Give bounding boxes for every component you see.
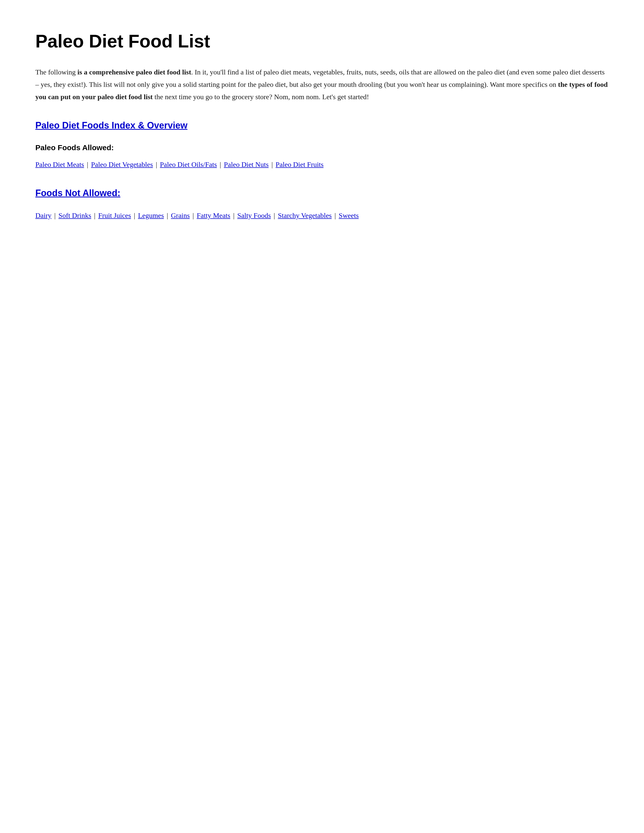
- link-starchy-vegetables[interactable]: Starchy Vegetables: [278, 212, 332, 219]
- link-grains[interactable]: Grains: [171, 212, 190, 219]
- link-dairy[interactable]: Dairy: [35, 212, 52, 219]
- link-soft-drinks[interactable]: Soft Drinks: [58, 212, 91, 219]
- link-paleo-diet-meats[interactable]: Paleo Diet Meats: [35, 161, 84, 168]
- link-salty-foods[interactable]: Salty Foods: [237, 212, 271, 219]
- intro-text-part3: the next time you go to the grocery stor…: [153, 93, 369, 101]
- not-allowed-links-line: Dairy | Soft Drinks | Fruit Juices | Leg…: [35, 209, 609, 222]
- link-paleo-diet-fruits[interactable]: Paleo Diet Fruits: [275, 161, 324, 168]
- link-legumes[interactable]: Legumes: [138, 212, 164, 219]
- intro-bold1: is a comprehensive paleo diet food list: [77, 68, 191, 76]
- allowed-label: Paleo Foods Allowed:: [35, 142, 609, 154]
- separator: |: [333, 212, 338, 219]
- separator: |: [270, 161, 275, 168]
- allowed-links-line: Paleo Diet Meats | Paleo Diet Vegetables…: [35, 158, 609, 170]
- separator: |: [53, 212, 58, 219]
- separator: |: [218, 161, 223, 168]
- separator: |: [191, 212, 196, 219]
- link-sweets[interactable]: Sweets: [339, 212, 359, 219]
- separator: |: [92, 212, 97, 219]
- page-title: Paleo Diet Food List: [35, 30, 609, 52]
- intro-paragraph: The following is a comprehensive paleo d…: [35, 66, 609, 103]
- not-allowed-section: Foods Not Allowed: Dairy | Soft Drinks |…: [35, 186, 609, 222]
- not-allowed-heading-link[interactable]: Foods Not Allowed:: [35, 186, 609, 200]
- link-fruit-juices[interactable]: Fruit Juices: [98, 212, 131, 219]
- separator: |: [165, 212, 170, 219]
- link-fatty-meats[interactable]: Fatty Meats: [197, 212, 230, 219]
- link-paleo-diet-vegetables[interactable]: Paleo Diet Vegetables: [91, 161, 153, 168]
- separator: |: [85, 161, 90, 168]
- separator: |: [154, 161, 159, 168]
- separator: |: [231, 212, 237, 219]
- link-paleo-diet-nuts[interactable]: Paleo Diet Nuts: [224, 161, 269, 168]
- index-section: Paleo Diet Foods Index & Overview Paleo …: [35, 118, 609, 170]
- intro-text-part1: The following: [35, 68, 77, 76]
- link-paleo-diet-oils-fats[interactable]: Paleo Diet Oils/Fats: [160, 161, 217, 168]
- separator: |: [272, 212, 277, 219]
- separator: |: [132, 212, 137, 219]
- index-heading-link[interactable]: Paleo Diet Foods Index & Overview: [35, 118, 609, 133]
